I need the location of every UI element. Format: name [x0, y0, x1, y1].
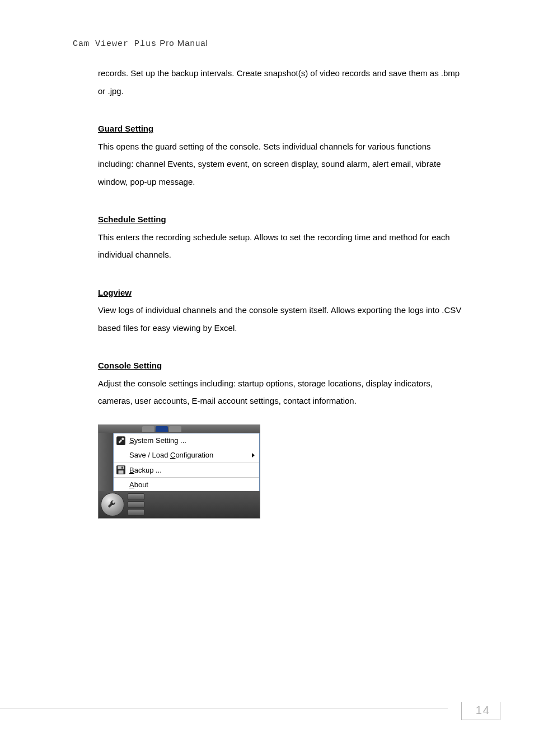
toolbar-area	[99, 491, 260, 518]
svg-rect-4	[119, 470, 124, 474]
section-body: This opens the guard setting of the cons…	[98, 138, 462, 191]
section-body: View logs of individual channels and the…	[98, 301, 462, 337]
section-title: Guard Setting	[98, 120, 462, 138]
wrench-icon	[106, 498, 119, 511]
submenu-caret-icon	[252, 453, 255, 458]
section-console-setting: Console Setting Adjust the console setti…	[98, 357, 462, 410]
section-guard-setting: Guard Setting This opens the guard setti…	[98, 120, 462, 190]
menu-item-system-setting[interactable]: System Setting ...	[114, 433, 259, 448]
section-title: Logview	[98, 284, 462, 302]
blank-icon	[116, 479, 126, 489]
menu-label: Save / Load Configuration	[129, 451, 252, 459]
window-tabs	[99, 425, 260, 433]
section-logview: Logview View logs of individual channels…	[98, 284, 462, 337]
page-number: 14	[476, 704, 490, 717]
svg-rect-3	[118, 466, 124, 469]
context-menu: System Setting ... Save / Load Configura…	[113, 433, 260, 492]
left-strip	[99, 433, 113, 491]
disk-icon	[116, 465, 126, 475]
context-menu-screenshot: System Setting ... Save / Load Configura…	[98, 424, 260, 519]
menu-item-backup[interactable]: Backup ...	[114, 463, 259, 477]
svg-point-1	[121, 437, 124, 440]
vertical-tabs	[128, 492, 144, 517]
menu-label: Backup ...	[129, 466, 255, 474]
blank-icon	[116, 450, 126, 460]
section-schedule-setting: Schedule Setting This enters the recordi…	[98, 211, 462, 264]
menu-item-save-load-configuration[interactable]: Save / Load Configuration	[114, 448, 259, 463]
svg-rect-5	[121, 466, 123, 468]
section-title: Schedule Setting	[98, 211, 462, 228]
document-content: records. Set up the backup intervals. Cr…	[98, 64, 462, 519]
header-prefix: Cam Viewer Plus	[73, 39, 157, 49]
intro-paragraph: records. Set up the backup intervals. Cr…	[98, 64, 462, 100]
footer-rule	[0, 708, 448, 708]
menu-label: About	[129, 481, 255, 488]
settings-round-button[interactable]	[101, 493, 124, 516]
section-body: Adjust the console settings including: s…	[98, 375, 462, 410]
document-header: Cam Viewer Plus Pro Manual	[73, 38, 208, 49]
section-title: Console Setting	[98, 357, 462, 375]
menu-label: System Setting ...	[129, 437, 255, 444]
header-suffix: Pro Manual	[157, 38, 208, 48]
menu-item-about[interactable]: About	[114, 477, 259, 492]
wrench-icon	[116, 436, 126, 446]
section-body: This enters the recording schedule setup…	[98, 228, 462, 264]
